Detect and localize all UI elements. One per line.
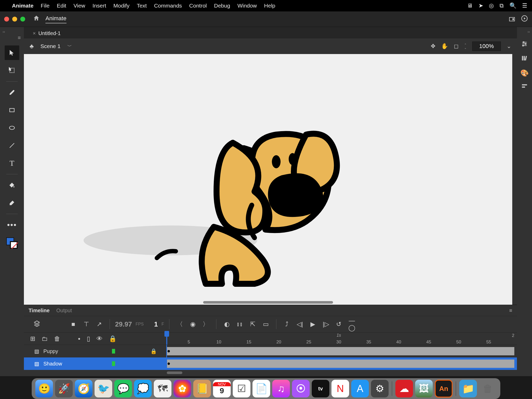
onion-skin-icon[interactable]: ◐ bbox=[222, 321, 232, 328]
color-panel-icon[interactable]: 🎨 bbox=[520, 69, 529, 77]
timeline-zoom-slider[interactable]: —◯ bbox=[347, 317, 357, 331]
timeline-panel-menu-icon[interactable]: ≡ bbox=[509, 308, 512, 314]
properties-panel-icon[interactable] bbox=[521, 41, 528, 49]
status-display-icon[interactable]: 🖥 bbox=[467, 2, 473, 9]
menu-view[interactable]: View bbox=[74, 3, 85, 9]
brush-tool[interactable] bbox=[5, 85, 19, 100]
step-forward-icon[interactable]: 〉 bbox=[201, 320, 211, 328]
step-back-icon[interactable]: 〈 bbox=[175, 320, 185, 328]
dock-podcasts-icon[interactable]: ⦿ bbox=[292, 380, 310, 397]
dock-settings-icon[interactable]: ⚙ bbox=[371, 380, 389, 397]
layer-row-puppy[interactable]: ▧ Puppy 🔒 bbox=[24, 345, 517, 357]
layer-visibility-icon[interactable]: 👁 bbox=[96, 335, 103, 342]
status-airplay-icon[interactable]: ⧉ bbox=[500, 2, 504, 9]
status-cursor-icon[interactable]: ➤ bbox=[478, 2, 483, 9]
dock-notes-icon[interactable]: 📄 bbox=[252, 380, 270, 397]
dock-animate-icon[interactable]: An bbox=[435, 380, 453, 397]
center-stage-icon[interactable]: ✥ bbox=[431, 43, 435, 50]
menu-commands[interactable]: Commands bbox=[154, 3, 182, 9]
zoom-stepper[interactable]: ⌃⌄ bbox=[464, 43, 467, 49]
dock-tv-icon[interactable]: tv bbox=[312, 380, 329, 397]
tools-menu-icon[interactable]: ≡ bbox=[18, 35, 21, 41]
zoom-level[interactable]: 100% bbox=[472, 42, 501, 51]
window-minimize-button[interactable] bbox=[12, 17, 17, 22]
camera-icon[interactable]: ■ bbox=[68, 321, 78, 328]
dock-appstore-icon[interactable]: A bbox=[351, 380, 369, 397]
menu-modify[interactable]: Modify bbox=[114, 3, 130, 9]
layer-name[interactable]: Puppy bbox=[43, 348, 58, 354]
menu-text[interactable]: Text bbox=[137, 3, 147, 9]
dock-safari-icon[interactable]: 🧭 bbox=[75, 380, 92, 397]
dock-chat-icon[interactable]: 💭 bbox=[134, 380, 152, 397]
output-tab[interactable]: Output bbox=[56, 308, 72, 314]
menu-file[interactable]: File bbox=[41, 3, 50, 9]
window-close-button[interactable] bbox=[4, 17, 9, 22]
library-panel-icon[interactable] bbox=[521, 55, 528, 63]
play-preview-icon[interactable] bbox=[521, 15, 528, 23]
dock-news-icon[interactable]: N bbox=[331, 380, 349, 397]
layer-locked-icon[interactable]: 🔒 bbox=[150, 348, 157, 354]
layer-outline-icon[interactable]: ▯ bbox=[87, 335, 90, 342]
new-layer-icon[interactable]: ⊞ bbox=[30, 335, 35, 342]
panel-layout-icon[interactable] bbox=[509, 17, 515, 21]
layer-parenting-icon[interactable]: ⊤ bbox=[81, 321, 91, 328]
marker-icon[interactable]: ⇱ bbox=[248, 321, 258, 328]
dock-messages-icon[interactable]: 💬 bbox=[114, 380, 132, 397]
timeline-ruler[interactable]: 1s 2 5 10 15 20 25 30 35 40 45 50 55 bbox=[164, 332, 517, 345]
dock-maps-icon[interactable]: 🗺 bbox=[154, 380, 171, 397]
layer-color-swatch[interactable] bbox=[112, 361, 115, 366]
selection-tool[interactable] bbox=[5, 45, 19, 60]
stage-canvas[interactable] bbox=[24, 54, 512, 305]
menu-control[interactable]: Control bbox=[189, 3, 207, 9]
layer-name[interactable]: Shadow bbox=[43, 361, 62, 367]
dock-creative-cloud-icon[interactable]: ☁ bbox=[395, 380, 413, 397]
loop-icon[interactable]: ↺ bbox=[334, 321, 344, 328]
current-frame[interactable]: 1 bbox=[154, 320, 158, 328]
stroke-color-swatch[interactable] bbox=[10, 241, 18, 249]
scene-name[interactable]: Scene 1 bbox=[41, 43, 61, 49]
workspace-switcher[interactable]: Animate bbox=[45, 15, 66, 23]
layer-color-swatch[interactable] bbox=[112, 349, 115, 354]
app-menu[interactable]: Animate bbox=[12, 3, 34, 9]
keyframe-icon[interactable] bbox=[168, 363, 170, 365]
color-swatches[interactable] bbox=[6, 237, 18, 249]
close-tab-icon[interactable]: × bbox=[33, 30, 36, 36]
timeline-h-scrollbar[interactable] bbox=[167, 371, 182, 374]
dock-finder-icon[interactable]: 🙂 bbox=[35, 380, 53, 397]
dock-preview-icon[interactable]: 🖼 bbox=[415, 380, 433, 397]
delete-layer-icon[interactable]: 🗑 bbox=[54, 335, 60, 342]
layer-depth-icon[interactable]: ↗ bbox=[94, 321, 104, 328]
more-tools-icon[interactable]: ••• bbox=[5, 218, 19, 232]
timeline-tab[interactable]: Timeline bbox=[29, 308, 50, 314]
window-zoom-button[interactable] bbox=[20, 17, 25, 22]
paint-bucket-tool[interactable] bbox=[5, 178, 19, 192]
menu-edit[interactable]: Edit bbox=[57, 3, 66, 9]
collapse-right-icon[interactable]: ›› bbox=[528, 30, 530, 34]
frame-span-icon[interactable]: ▭ bbox=[261, 321, 271, 328]
stage-h-scrollbar[interactable] bbox=[203, 301, 333, 304]
new-folder-icon[interactable]: 🗀 bbox=[42, 335, 48, 342]
scene-dropdown-icon[interactable]: ﹀ bbox=[67, 43, 72, 49]
rectangle-tool[interactable] bbox=[5, 103, 19, 117]
menu-insert[interactable]: Insert bbox=[92, 3, 106, 9]
collapse-tools-icon[interactable]: ‹‹ bbox=[3, 30, 5, 34]
fps-value[interactable]: 29.97 bbox=[115, 320, 132, 328]
scene-icon[interactable]: ♣ bbox=[30, 43, 34, 50]
go-to-last-icon[interactable]: |▷ bbox=[321, 321, 331, 328]
export-icon[interactable]: ⤴ bbox=[282, 321, 292, 328]
layer-track[interactable] bbox=[164, 345, 517, 357]
line-tool[interactable] bbox=[5, 138, 19, 153]
dock-music-icon[interactable]: ♫ bbox=[272, 380, 290, 397]
layers-icon[interactable] bbox=[32, 320, 42, 328]
status-search-icon[interactable]: 🔍 bbox=[509, 2, 516, 9]
text-tool[interactable]: T bbox=[5, 156, 19, 170]
dock-calendar-icon[interactable]: NOV9 bbox=[213, 380, 231, 397]
menu-debug[interactable]: Debug bbox=[214, 3, 230, 9]
layer-track[interactable] bbox=[164, 357, 517, 370]
zoom-dropdown-icon[interactable]: ⌄ bbox=[507, 43, 511, 50]
eraser-tool[interactable] bbox=[5, 196, 19, 210]
free-transform-tool[interactable] bbox=[5, 63, 19, 78]
dock-launchpad-icon[interactable]: 🚀 bbox=[55, 380, 73, 397]
layer-row-shadow[interactable]: ▧ Shadow 🔒 bbox=[24, 357, 517, 370]
layer-highlight-icon[interactable]: ● bbox=[78, 336, 81, 341]
